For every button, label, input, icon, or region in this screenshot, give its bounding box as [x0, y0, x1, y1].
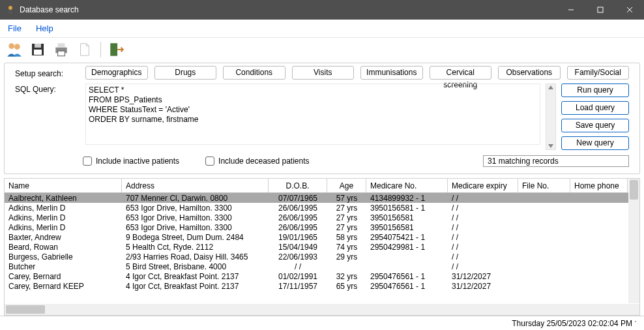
drugs-button[interactable]: Drugs [154, 66, 217, 80]
close-button[interactable] [615, 0, 644, 20]
cell: Burgess, Gabrielle [5, 252, 122, 262]
setup-search-label: Setup search: [15, 68, 80, 78]
immunisations-button[interactable]: Immunisations [360, 66, 423, 80]
cell: / / [448, 243, 518, 252]
cell: 3950156581 [366, 213, 448, 222]
svg-rect-13 [58, 51, 65, 56]
conditions-button[interactable]: Conditions [223, 66, 285, 80]
cell: 58 yrs [327, 233, 366, 242]
run-query-button[interactable]: Run query [561, 83, 629, 97]
family-social-button[interactable]: Family/Social [567, 66, 630, 80]
svg-rect-3 [598, 7, 603, 12]
sql-query-label: SQL Query: [15, 83, 80, 94]
exit-icon[interactable] [108, 40, 126, 59]
grid-vertical-scrollbar[interactable] [628, 179, 639, 303]
users-icon[interactable] [5, 40, 23, 59]
toolbar [0, 38, 644, 63]
cell: 27 yrs [327, 213, 366, 222]
printer-icon[interactable] [52, 40, 70, 59]
maximize-button[interactable] [585, 0, 615, 20]
cell: Butcher [5, 262, 122, 271]
table-row[interactable]: Carey, Bernard4 Igor Cct, Breakfast Poin… [5, 271, 639, 281]
table-row[interactable]: Aalbrecht, Kathleen707 Menner Cl, Darwin… [5, 193, 639, 203]
col-age[interactable]: Age [327, 179, 366, 192]
cell: 2950476561 - 1 [366, 272, 448, 281]
cell: 31/12/2027 [448, 282, 518, 291]
include-deceased-checkbox[interactable]: Include deceased patients [205, 157, 309, 166]
cell: 653 Igor Drive, Hamilton. 3300 [122, 213, 269, 222]
col-name[interactable]: Name [5, 179, 122, 192]
sql-query-text[interactable]: SELECT * FROM BPS_Patients WHERE StatusT… [85, 83, 540, 145]
col-file[interactable]: File No. [518, 179, 570, 192]
cell: 2/93 Harries Road, Daisy Hill. 3465 [122, 252, 269, 262]
svg-rect-9 [35, 44, 41, 48]
cell: Baxter, Andrew [5, 233, 122, 242]
table-row[interactable]: Adkins, Merlin D653 Igor Drive, Hamilton… [5, 222, 639, 232]
cell: Beard, Rowan [5, 243, 122, 252]
cell: / / [448, 194, 518, 203]
table-row[interactable]: Burgess, Gabrielle2/93 Harries Road, Dai… [5, 252, 639, 262]
table-row[interactable]: Adkins, Merlin D653 Igor Drive, Hamilton… [5, 213, 639, 222]
include-deceased-label: Include deceased patients [218, 157, 309, 166]
cell: Adkins, Merlin D [5, 223, 122, 232]
menu-file[interactable]: File [5, 22, 24, 35]
table-row[interactable]: Carey, Bernard KEEP4 Igor Cct, Breakfast… [5, 281, 639, 291]
table-row[interactable]: Adkins, Merlin D653 Igor Drive, Hamilton… [5, 203, 639, 213]
search-setup-panel: Setup search: Demographics Drugs Conditi… [4, 63, 640, 174]
minimize-button[interactable] [556, 0, 585, 20]
scroll-up-icon[interactable] [548, 84, 554, 91]
cell: 01/02/1991 [269, 272, 327, 281]
grid-header: Name Address D.O.B. Age Medicare No. Med… [5, 179, 639, 193]
cell: 2954075421 - 1 [366, 233, 448, 242]
resize-grip[interactable] [635, 321, 643, 329]
cell: Adkins, Merlin D [5, 203, 122, 213]
cell: 26/06/1995 [269, 203, 327, 213]
cell: / / [448, 262, 518, 271]
menu-help[interactable]: Help [33, 22, 56, 35]
col-phone[interactable]: Home phone [570, 179, 628, 192]
toolbar-separator [100, 42, 101, 57]
svg-rect-1 [8, 10, 12, 14]
cell: / / [448, 213, 518, 222]
col-address[interactable]: Address [122, 179, 269, 192]
table-row[interactable]: Beard, Rowan5 Health Cct, Ryde. 211215/0… [5, 242, 639, 252]
cell: 07/07/1965 [269, 194, 327, 203]
cell: 22/06/1993 [269, 252, 327, 262]
save-query-button[interactable]: Save query [561, 119, 629, 132]
observations-button[interactable]: Observations [498, 66, 561, 80]
col-medicare[interactable]: Medicare No. [366, 179, 448, 192]
cell: / / [448, 203, 518, 213]
cell: 27 yrs [327, 223, 366, 232]
status-datetime: Thursday 25/05/2023 02:02:04 PM [512, 319, 632, 328]
cell: / / [448, 233, 518, 242]
document-icon[interactable] [76, 40, 94, 59]
sql-scrollbar[interactable] [546, 83, 556, 150]
new-query-button[interactable]: New query [561, 136, 629, 150]
col-dob[interactable]: D.O.B. [269, 179, 327, 192]
cell: Adkins, Merlin D [5, 213, 122, 222]
scroll-down-icon[interactable] [548, 143, 554, 149]
cell: / / [448, 223, 518, 232]
cell: 27 yrs [327, 203, 366, 213]
results-grid: Name Address D.O.B. Age Medicare No. Med… [4, 178, 640, 316]
load-query-button[interactable]: Load query [561, 101, 629, 115]
cell: / / [269, 262, 327, 271]
grid-body[interactable]: Aalbrecht, Kathleen707 Menner Cl, Darwin… [5, 193, 639, 304]
floppy-icon[interactable] [29, 40, 47, 59]
cervical-screening-button[interactable]: Cervical screening [430, 66, 492, 80]
cell: 4134899932 - 1 [366, 194, 448, 203]
include-inactive-checkbox[interactable]: Include inactive patients [83, 157, 179, 166]
visits-button[interactable]: Visits [292, 66, 355, 80]
title-bar: Database search [0, 0, 644, 20]
cell: 17/11/1957 [269, 282, 327, 291]
table-row[interactable]: Butcher5 Bird Street, Brisbane. 4000/ //… [5, 262, 639, 271]
cell: 26/06/1995 [269, 213, 327, 222]
cell: 653 Igor Drive, Hamilton. 3300 [122, 203, 269, 213]
grid-horizontal-scrollbar[interactable] [5, 304, 639, 315]
table-row[interactable]: Baxter, Andrew9 Bodega Street, Dum Dum. … [5, 232, 639, 242]
cell: / / [448, 252, 518, 262]
col-expiry[interactable]: Medicare expiry [448, 179, 518, 192]
demographics-button[interactable]: Demographics [85, 66, 148, 80]
cell: 65 yrs [327, 282, 366, 291]
cell: 653 Igor Drive, Hamilton. 3300 [122, 223, 269, 232]
